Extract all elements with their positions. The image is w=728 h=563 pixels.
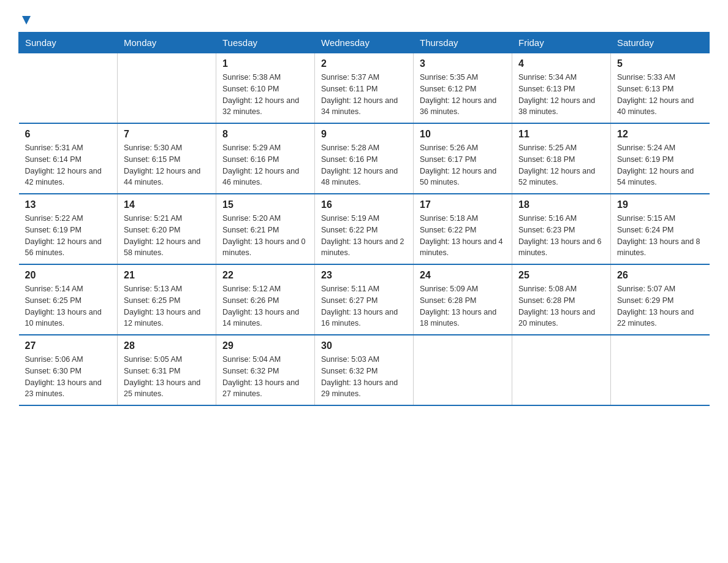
calendar-cell: 16Sunrise: 5:19 AMSunset: 6:22 PMDayligh… [315, 194, 414, 264]
calendar-cell [611, 335, 710, 405]
calendar-week-row: 27Sunrise: 5:06 AMSunset: 6:30 PMDayligh… [19, 335, 710, 405]
logo-arrow-icon [20, 13, 33, 27]
day-info: Sunrise: 5:03 AMSunset: 6:32 PMDaylight:… [321, 354, 407, 400]
day-number: 27 [25, 340, 112, 351]
day-info: Sunrise: 5:29 AMSunset: 6:16 PMDaylight:… [222, 142, 308, 188]
day-of-week-header: Tuesday [216, 33, 315, 53]
calendar-cell: 1Sunrise: 5:38 AMSunset: 6:10 PMDaylight… [216, 53, 315, 124]
day-info: Sunrise: 5:05 AMSunset: 6:31 PMDaylight:… [124, 354, 210, 400]
day-number: 29 [222, 340, 308, 351]
day-info: Sunrise: 5:12 AMSunset: 6:26 PMDaylight:… [222, 283, 308, 329]
day-info: Sunrise: 5:21 AMSunset: 6:20 PMDaylight:… [124, 213, 210, 259]
day-info: Sunrise: 5:18 AMSunset: 6:22 PMDaylight:… [420, 213, 506, 259]
day-info: Sunrise: 5:11 AMSunset: 6:27 PMDaylight:… [321, 283, 407, 329]
day-of-week-header: Thursday [414, 33, 512, 53]
calendar-cell: 9Sunrise: 5:28 AMSunset: 6:16 PMDaylight… [315, 123, 414, 194]
day-number: 21 [124, 270, 210, 281]
day-number: 25 [518, 270, 604, 281]
day-number: 28 [124, 340, 210, 351]
day-info: Sunrise: 5:34 AMSunset: 6:13 PMDaylight:… [518, 72, 604, 118]
day-info: Sunrise: 5:06 AMSunset: 6:30 PMDaylight:… [25, 354, 112, 400]
calendar-cell: 14Sunrise: 5:21 AMSunset: 6:20 PMDayligh… [118, 194, 216, 264]
day-info: Sunrise: 5:08 AMSunset: 6:28 PMDaylight:… [518, 283, 604, 329]
day-info: Sunrise: 5:33 AMSunset: 6:13 PMDaylight:… [617, 72, 703, 118]
calendar-header-row: SundayMondayTuesdayWednesdayThursdayFrid… [19, 33, 710, 53]
calendar-cell [19, 53, 118, 124]
calendar-cell: 10Sunrise: 5:26 AMSunset: 6:17 PMDayligh… [414, 123, 512, 194]
calendar-cell: 3Sunrise: 5:35 AMSunset: 6:12 PMDaylight… [414, 53, 512, 124]
calendar-cell: 5Sunrise: 5:33 AMSunset: 6:13 PMDaylight… [611, 53, 710, 124]
calendar-cell: 25Sunrise: 5:08 AMSunset: 6:28 PMDayligh… [512, 264, 611, 335]
calendar-cell: 17Sunrise: 5:18 AMSunset: 6:22 PMDayligh… [414, 194, 512, 264]
calendar-cell [512, 335, 611, 405]
day-number: 30 [321, 340, 407, 351]
day-number: 18 [518, 199, 604, 210]
day-number: 11 [518, 129, 604, 140]
calendar-cell: 29Sunrise: 5:04 AMSunset: 6:32 PMDayligh… [216, 335, 315, 405]
day-of-week-header: Wednesday [315, 33, 414, 53]
day-number: 7 [124, 129, 210, 140]
calendar-cell: 23Sunrise: 5:11 AMSunset: 6:27 PMDayligh… [315, 264, 414, 335]
day-number: 2 [321, 58, 407, 69]
day-number: 9 [321, 129, 407, 140]
calendar-cell: 11Sunrise: 5:25 AMSunset: 6:18 PMDayligh… [512, 123, 611, 194]
day-info: Sunrise: 5:20 AMSunset: 6:21 PMDaylight:… [222, 213, 308, 259]
day-number: 15 [222, 199, 308, 210]
day-number: 10 [420, 129, 506, 140]
day-number: 3 [420, 58, 506, 69]
day-number: 1 [222, 58, 308, 69]
calendar-cell: 21Sunrise: 5:13 AMSunset: 6:25 PMDayligh… [118, 264, 216, 335]
day-of-week-header: Saturday [611, 33, 710, 53]
calendar-cell: 12Sunrise: 5:24 AMSunset: 6:19 PMDayligh… [611, 123, 710, 194]
svg-marker-0 [22, 16, 31, 25]
day-info: Sunrise: 5:35 AMSunset: 6:12 PMDaylight:… [420, 72, 506, 118]
calendar-week-row: 13Sunrise: 5:22 AMSunset: 6:19 PMDayligh… [19, 194, 710, 264]
calendar-cell: 24Sunrise: 5:09 AMSunset: 6:28 PMDayligh… [414, 264, 512, 335]
day-info: Sunrise: 5:14 AMSunset: 6:25 PMDaylight:… [25, 283, 112, 329]
calendar-cell: 15Sunrise: 5:20 AMSunset: 6:21 PMDayligh… [216, 194, 315, 264]
day-number: 22 [222, 270, 308, 281]
day-info: Sunrise: 5:38 AMSunset: 6:10 PMDaylight:… [222, 72, 308, 118]
day-number: 26 [617, 270, 703, 281]
calendar-cell [118, 53, 216, 124]
day-info: Sunrise: 5:24 AMSunset: 6:19 PMDaylight:… [617, 142, 703, 188]
day-number: 12 [617, 129, 703, 140]
day-info: Sunrise: 5:28 AMSunset: 6:16 PMDaylight:… [321, 142, 407, 188]
day-number: 14 [124, 199, 210, 210]
day-number: 17 [420, 199, 506, 210]
day-number: 24 [420, 270, 506, 281]
day-number: 8 [222, 129, 308, 140]
day-number: 20 [25, 270, 112, 281]
calendar-cell: 18Sunrise: 5:16 AMSunset: 6:23 PMDayligh… [512, 194, 611, 264]
calendar-week-row: 1Sunrise: 5:38 AMSunset: 6:10 PMDaylight… [19, 53, 710, 124]
calendar-week-row: 6Sunrise: 5:31 AMSunset: 6:14 PMDaylight… [19, 123, 710, 194]
day-info: Sunrise: 5:15 AMSunset: 6:24 PMDaylight:… [617, 213, 703, 259]
day-number: 4 [518, 58, 604, 69]
day-info: Sunrise: 5:19 AMSunset: 6:22 PMDaylight:… [321, 213, 407, 259]
day-info: Sunrise: 5:25 AMSunset: 6:18 PMDaylight:… [518, 142, 604, 188]
day-info: Sunrise: 5:31 AMSunset: 6:14 PMDaylight:… [25, 142, 112, 188]
calendar-cell [414, 335, 512, 405]
day-info: Sunrise: 5:26 AMSunset: 6:17 PMDaylight:… [420, 142, 506, 188]
calendar-week-row: 20Sunrise: 5:14 AMSunset: 6:25 PMDayligh… [19, 264, 710, 335]
day-info: Sunrise: 5:22 AMSunset: 6:19 PMDaylight:… [25, 213, 112, 259]
day-of-week-header: Sunday [19, 33, 118, 53]
day-number: 5 [617, 58, 703, 69]
calendar-table: SundayMondayTuesdayWednesdayThursdayFrid… [18, 32, 710, 406]
day-info: Sunrise: 5:30 AMSunset: 6:15 PMDaylight:… [124, 142, 210, 188]
day-info: Sunrise: 5:37 AMSunset: 6:11 PMDaylight:… [321, 72, 407, 118]
calendar-cell: 27Sunrise: 5:06 AMSunset: 6:30 PMDayligh… [19, 335, 118, 405]
day-number: 23 [321, 270, 407, 281]
day-info: Sunrise: 5:16 AMSunset: 6:23 PMDaylight:… [518, 213, 604, 259]
day-number: 19 [617, 199, 703, 210]
day-info: Sunrise: 5:04 AMSunset: 6:32 PMDaylight:… [222, 354, 308, 400]
calendar-cell: 2Sunrise: 5:37 AMSunset: 6:11 PMDaylight… [315, 53, 414, 124]
day-number: 13 [25, 199, 112, 210]
calendar-cell: 6Sunrise: 5:31 AMSunset: 6:14 PMDaylight… [19, 123, 118, 194]
calendar-cell: 13Sunrise: 5:22 AMSunset: 6:19 PMDayligh… [19, 194, 118, 264]
day-of-week-header: Friday [512, 33, 611, 53]
calendar-cell: 8Sunrise: 5:29 AMSunset: 6:16 PMDaylight… [216, 123, 315, 194]
calendar-cell: 28Sunrise: 5:05 AMSunset: 6:31 PMDayligh… [118, 335, 216, 405]
day-number: 6 [25, 129, 112, 140]
calendar-cell: 30Sunrise: 5:03 AMSunset: 6:32 PMDayligh… [315, 335, 414, 405]
